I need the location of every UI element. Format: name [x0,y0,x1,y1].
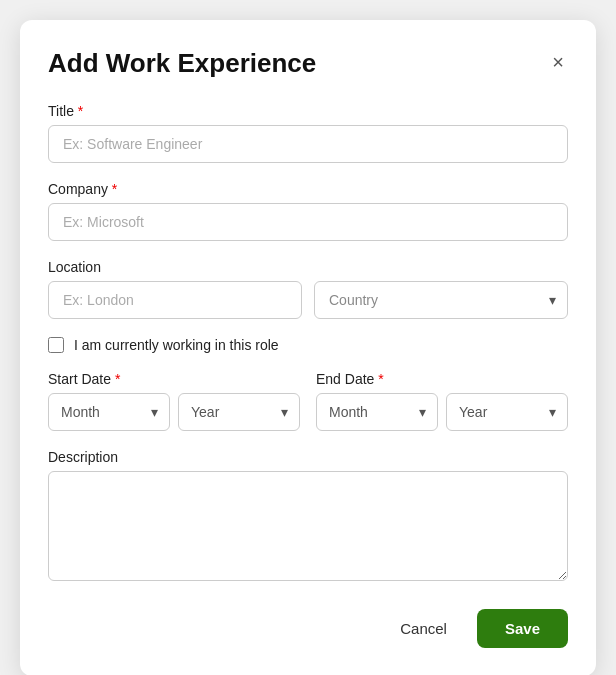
cancel-button[interactable]: Cancel [384,610,463,647]
start-month-wrapper: Month JanuaryFebruaryMarch AprilMayJune … [48,393,170,431]
modal-overlay: Add Work Experience × Title * Company * … [0,0,616,675]
location-label: Location [48,259,568,275]
start-year-wrapper: Year 202420232022 202120202019 201820172… [178,393,300,431]
company-label: Company * [48,181,568,197]
add-work-experience-modal: Add Work Experience × Title * Company * … [20,20,596,675]
description-label: Description [48,449,568,465]
description-textarea[interactable] [48,471,568,581]
start-date-group: Start Date * Month JanuaryFebruaryMarch … [48,371,300,431]
title-input[interactable] [48,125,568,163]
save-button[interactable]: Save [477,609,568,648]
current-role-checkbox[interactable] [48,337,64,353]
current-role-label: I am currently working in this role [74,337,279,353]
title-label: Title * [48,103,568,119]
modal-header: Add Work Experience × [48,48,568,79]
end-year-select[interactable]: Year 202420232022 202120202019 201820172… [446,393,568,431]
start-date-selects: Month JanuaryFebruaryMarch AprilMayJune … [48,393,300,431]
start-month-select[interactable]: Month JanuaryFebruaryMarch AprilMayJune … [48,393,170,431]
company-field-group: Company * [48,181,568,241]
end-month-select[interactable]: Month JanuaryFebruaryMarch AprilMayJune … [316,393,438,431]
current-role-checkbox-row: I am currently working in this role [48,337,568,353]
end-date-group: End Date * Month JanuaryFebruaryMarch Ap… [316,371,568,431]
close-button[interactable]: × [548,48,568,76]
modal-footer: Cancel Save [48,609,568,648]
end-date-label: End Date * [316,371,568,387]
location-field-group: Location Country ▾ [48,259,568,319]
location-city-input[interactable] [48,281,302,319]
end-month-wrapper: Month JanuaryFebruaryMarch AprilMayJune … [316,393,438,431]
location-row: Country ▾ [48,281,568,319]
country-select-wrapper: Country ▾ [314,281,568,319]
modal-title: Add Work Experience [48,48,316,79]
title-field-group: Title * [48,103,568,163]
end-year-wrapper: Year 202420232022 202120202019 201820172… [446,393,568,431]
location-city-wrapper [48,281,302,319]
description-field-group: Description [48,449,568,585]
end-date-selects: Month JanuaryFebruaryMarch AprilMayJune … [316,393,568,431]
start-year-select[interactable]: Year 202420232022 202120202019 201820172… [178,393,300,431]
country-select[interactable]: Country [314,281,568,319]
company-input[interactable] [48,203,568,241]
date-section: Start Date * Month JanuaryFebruaryMarch … [48,371,568,431]
start-date-label: Start Date * [48,371,300,387]
